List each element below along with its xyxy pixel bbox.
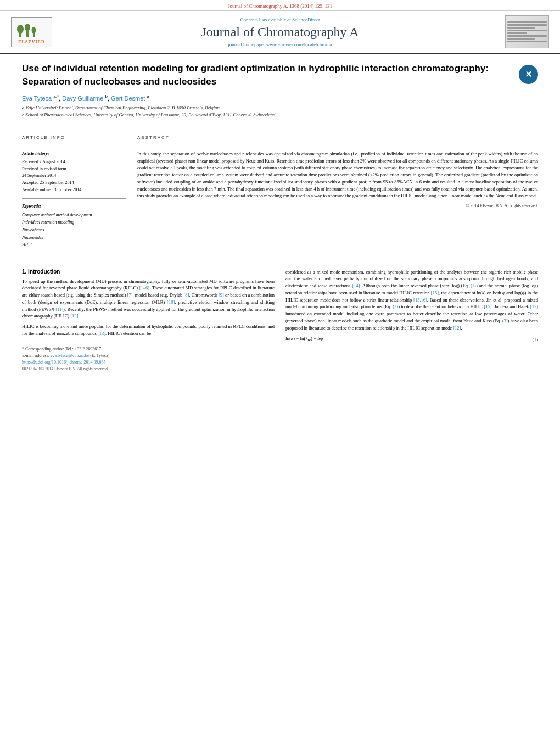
abstract-text: In this study, the separation of twelve …: [137, 150, 538, 199]
keyword-4: Nucleosides: [22, 234, 126, 242]
article-history-block: Article history: Received 7 August 2014 …: [22, 150, 126, 194]
ref-12[interactable]: [12]: [70, 313, 78, 319]
keyword-3: Nucleobases: [22, 226, 126, 234]
footnote-area: * Corresponding author. Tel.: +32 2 2693…: [22, 343, 275, 372]
email-label: E-mail address:: [22, 353, 51, 358]
received-revised-label: Received in revised form: [22, 166, 126, 173]
elsevier-wordmark: ELSEVIER: [18, 40, 44, 44]
ref-12b[interactable]: [12]: [453, 325, 461, 331]
journal-homepage-line: journal homepage: www.elsevier.com/locat…: [55, 42, 505, 47]
contents-text: Contents lists available at: [240, 17, 292, 23]
author-gert[interactable]: Gert Desmet: [111, 94, 145, 101]
email-line: E-mail address: eva.tyteca@vub.ac.be (E.…: [22, 353, 275, 359]
separator: [22, 129, 538, 129]
homepage-url[interactable]: www.elsevier.com/locate/chroma: [266, 42, 332, 47]
separator: [22, 146, 126, 146]
separator: [137, 146, 538, 146]
available-date: Available online 13 October 2014: [22, 187, 126, 194]
article-info-left: ARTICLE INFO Article history: Received 7…: [22, 135, 126, 253]
author-eva-sup: a,*: [53, 94, 59, 99]
ref-7[interactable]: [7]: [127, 292, 133, 298]
ref-1-6[interactable]: [1–6]: [139, 285, 149, 291]
ref-15b[interactable]: [15]: [484, 304, 492, 309]
section1-heading: 1. Introduction: [22, 269, 275, 275]
ref-15[interactable]: [15]: [431, 290, 439, 295]
email-suffix: (E. Tyteca).: [90, 353, 110, 358]
thumb-line: [507, 21, 547, 23]
keyword-2: Individual retention modeling: [22, 219, 126, 226]
svg-point-3: [25, 24, 30, 31]
equation-1-text: ln(k) = ln(kw) − Sφ: [285, 336, 527, 343]
section-separator: [22, 260, 538, 260]
svg-point-1: [17, 25, 24, 34]
affiliations: a Vrije Universiteit Brussel, Department…: [22, 104, 511, 119]
ref-8[interactable]: [8]: [183, 292, 189, 298]
eq-ref-3[interactable]: (3): [502, 318, 508, 323]
ref-10[interactable]: [10]: [167, 299, 175, 305]
crossmark-icon: ✕: [519, 65, 538, 84]
header-center: Contents lists available at ScienceDirec…: [55, 17, 505, 47]
abstract-label: ABSTRACT: [137, 135, 538, 141]
science-direct-line: Contents lists available at ScienceDirec…: [55, 17, 505, 23]
affiliation-b: b School of Pharmaceutical Sciences, Uni…: [22, 111, 511, 119]
eq-ref-1[interactable]: (1): [471, 283, 476, 288]
thumb-line: [507, 41, 547, 42]
thumb-line: [507, 38, 535, 40]
thumb-line: [507, 27, 535, 29]
body-section: 1. Introduction To speed up the method d…: [22, 269, 538, 372]
copyright-line: © 2014 Elsevier B.V. All rights reserved…: [137, 203, 538, 209]
intro-para-right-1: considered as a mixed-mode mechanism, co…: [285, 269, 538, 332]
intro-para-1: To speed up the method development (MD) …: [22, 278, 275, 320]
doi-line[interactable]: http://dx.doi.org/10.1016/j.chroma.2014.…: [22, 359, 275, 366]
author-eva[interactable]: Eva Tyteca: [22, 94, 52, 101]
corresponding-note: * Corresponding author. Tel.: +32 2 2693…: [22, 346, 275, 353]
ref-15-16[interactable]: [15,16]: [413, 297, 427, 303]
keywords-label: Keywords:: [22, 203, 126, 210]
article-title-text: Use of individual retention modeling for…: [22, 62, 511, 123]
journal-thumbnail: [505, 15, 549, 48]
ref-9[interactable]: [9]: [219, 292, 224, 298]
article-title-section: Use of individual retention modeling for…: [22, 62, 538, 123]
keywords-block: Keywords: Computer-assisted method devel…: [22, 203, 126, 249]
author-davy[interactable]: Davy Guillarme: [62, 94, 103, 101]
thumbnail-lines: [507, 21, 547, 42]
affiliation-a: a Vrije Universiteit Brussel, Department…: [22, 104, 511, 111]
article-main-title: Use of individual retention modeling for…: [22, 62, 511, 88]
ref-13[interactable]: [13]: [98, 331, 105, 336]
accepted-date: Accepted 25 September 2014: [22, 180, 126, 187]
keyword-1: Computer-assisted method development: [22, 211, 126, 219]
author-gert-sup: a: [147, 94, 149, 99]
issn-line: 0021-9673/© 2014 Elsevier B.V. All right…: [22, 366, 275, 372]
email-link[interactable]: eva.tyteca@vub.ac.be: [51, 353, 89, 358]
journal-citation: Journal of Chromatography A, 1368 (2014)…: [228, 3, 332, 9]
elsevier-logo: ELSEVIER: [11, 17, 55, 47]
received-date: Received 7 August 2014: [22, 159, 126, 166]
body-left-column: 1. Introduction To speed up the method d…: [22, 269, 275, 372]
article-info-row: ARTICLE INFO Article history: Received 7…: [22, 135, 538, 253]
body-right-column: considered as a mixed-mode mechanism, co…: [285, 269, 538, 372]
article-info-right: ABSTRACT In this study, the separation o…: [137, 135, 538, 253]
elsevier-tree-icon: [16, 19, 47, 38]
keyword-5: HILIC: [22, 241, 126, 249]
article-info-label: ARTICLE INFO: [22, 135, 126, 141]
separator: [22, 198, 126, 199]
author-davy-sup: b: [105, 94, 107, 99]
crossmark-badge[interactable]: ✕: [519, 65, 538, 84]
elsevier-logo-box: ELSEVIER: [11, 17, 52, 47]
article-history-title: Article history:: [22, 150, 126, 157]
ref-14[interactable]: [14]: [352, 283, 360, 288]
abstract-paragraph: In this study, the separation of twelve …: [137, 150, 538, 199]
thumb-line: [507, 30, 547, 31]
main-content: Use of individual retention modeling for…: [0, 54, 560, 377]
received-revised-date: 24 September 2014: [22, 172, 126, 180]
science-direct-link-text[interactable]: ScienceDirect: [292, 17, 320, 23]
intro-para-2: HILIC is becoming more and more popular,…: [22, 323, 275, 337]
eq-ref-2[interactable]: (2): [393, 304, 398, 309]
journal-title: Journal of Chromatography A: [55, 25, 505, 40]
keywords-list: Computer-assisted method development Ind…: [22, 211, 126, 249]
ref-17[interactable]: [17]: [530, 304, 538, 309]
ref-11[interactable]: [11]: [55, 306, 63, 312]
thumb-line: [507, 35, 547, 37]
header-area: ELSEVIER Contents lists available at Sci…: [0, 11, 560, 54]
page: Journal of Chromatography A, 1368 (2014)…: [0, 0, 560, 742]
